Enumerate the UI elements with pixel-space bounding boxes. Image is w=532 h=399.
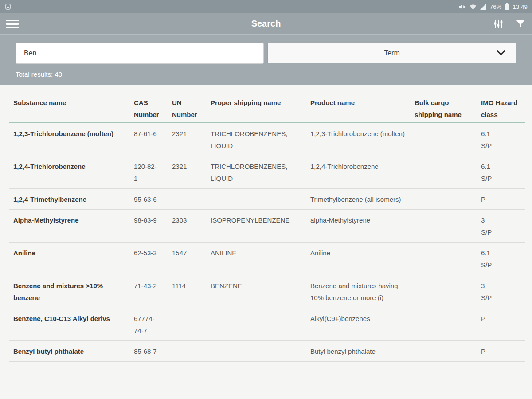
cell-imo-hazard-class: P	[481, 193, 525, 205]
table-header-row: Substance name CAS Number UN Number Prop…	[9, 85, 525, 122]
page-title: Search	[0, 19, 532, 29]
cell-substance-name: 1,2,3-Trichlorobenzene (molten)	[9, 128, 134, 152]
cell-proper-shipping-name: ISOPROPENYLBENZENE	[211, 214, 310, 238]
cell-proper-shipping-name	[211, 345, 310, 357]
column-header-product-name: Product name	[310, 97, 415, 121]
column-header-substance-name: Substance name	[9, 97, 134, 121]
clock: 13:49	[512, 4, 528, 10]
cell-product-name: Alkyl(C9+)benzenes	[310, 313, 415, 336]
cell-substance-name: Benzyl butyl phthalate	[9, 345, 134, 357]
cell-proper-shipping-name: TRICHLOROBENZENES, LIQUID	[211, 160, 310, 184]
filter-icon[interactable]	[515, 19, 526, 29]
cell-imo-hazard-class: P	[481, 345, 525, 357]
cell-un-number: 2303	[172, 214, 211, 238]
table-row[interactable]: Benzene, C10-C13 Alkyl derivs 67774- 74-…	[9, 308, 525, 341]
table-row[interactable]: 1,2,4-Trimethylbenzene 95-63-6 Trimethyl…	[9, 189, 525, 210]
cell-cas-number: 120-82- 1	[134, 160, 172, 184]
cell-bulk-cargo-shipping-name	[415, 345, 481, 357]
cell-product-name: alpha-Methylstyrene	[310, 214, 415, 238]
cell-un-number: 2321	[172, 128, 211, 152]
cell-cas-number: 87-61-6	[134, 128, 172, 152]
cell-bulk-cargo-shipping-name	[415, 160, 481, 184]
status-bar: 76% 13:49	[0, 0, 532, 13]
cell-substance-name: Aniline	[9, 247, 134, 271]
cell-cas-number: 95-63-6	[134, 193, 172, 205]
search-section: Term Total results: 40	[0, 35, 532, 85]
cell-un-number	[172, 193, 211, 205]
cell-substance-name: Benzene, C10-C13 Alkyl derivs	[9, 313, 134, 336]
cell-substance-name: Benzene and mixtures >10% benzene	[9, 280, 134, 304]
sound-mute-icon	[458, 4, 466, 10]
cell-imo-hazard-class: 3 S/P	[481, 280, 525, 304]
cell-product-name: 1,2,4-Trichlorobenzene	[310, 160, 415, 184]
column-header-proper-shipping-name: Proper shipping name	[211, 97, 310, 121]
cell-bulk-cargo-shipping-name	[415, 128, 481, 152]
cell-proper-shipping-name: BENZENE	[211, 280, 310, 304]
term-dropdown-value: Term	[384, 49, 400, 57]
cell-bulk-cargo-shipping-name	[415, 247, 481, 271]
cell-un-number	[172, 313, 211, 336]
column-header-bulk-cargo-shipping-name: Bulk cargo shipping name	[415, 97, 481, 121]
cell-cas-number: 98-83-9	[134, 214, 172, 238]
cell-cas-number: 67774- 74-7	[134, 313, 172, 336]
wifi-icon	[469, 4, 477, 10]
cell-imo-hazard-class: 6.1 S/P	[481, 247, 525, 271]
cell-un-number	[172, 345, 211, 357]
chevron-down-icon	[496, 49, 506, 58]
cell-product-name: Aniline	[310, 247, 415, 271]
table-row[interactable]: Benzyl butyl phthalate 85-68-7 Butyl ben…	[9, 341, 525, 362]
term-dropdown[interactable]: Term	[267, 43, 516, 63]
cell-bulk-cargo-shipping-name	[415, 313, 481, 336]
screenshot-icon	[4, 3, 12, 10]
cell-bulk-cargo-shipping-name	[415, 280, 481, 304]
cell-cas-number: 62-53-3	[134, 247, 172, 271]
table-row[interactable]: Benzene and mixtures >10% benzene 71-43-…	[9, 275, 525, 308]
tune-icon[interactable]	[493, 19, 504, 29]
cell-un-number: 2321	[172, 160, 211, 184]
table-row[interactable]: Alpha-Methylstyrene 98-83-9 2303 ISOPROP…	[9, 210, 525, 243]
table-row[interactable]: 1,2,4-Trichlorobenzene 120-82- 1 2321 TR…	[9, 156, 525, 189]
total-results: Total results: 40	[16, 70, 516, 78]
cell-bulk-cargo-shipping-name	[415, 214, 481, 238]
app-bar: Search	[0, 13, 532, 35]
menu-icon[interactable]	[6, 18, 19, 30]
cell-imo-hazard-class: P	[481, 313, 525, 336]
cell-substance-name: 1,2,4-Trichlorobenzene	[9, 160, 134, 184]
cell-bulk-cargo-shipping-name	[415, 193, 481, 205]
cell-un-number: 1547	[172, 247, 211, 271]
cell-imo-hazard-class: 3 S/P	[481, 214, 525, 238]
cell-product-name: 1,2,3-Trichlorobenzene (molten)	[310, 128, 415, 152]
table-body: 1,2,3-Trichlorobenzene (molten) 87-61-6 …	[9, 123, 525, 362]
cell-proper-shipping-name: TRICHLOROBENZENES, LIQUID	[211, 128, 310, 152]
results-table: Substance name CAS Number UN Number Prop…	[0, 85, 532, 362]
cell-substance-name: Alpha-Methylstyrene	[9, 214, 134, 238]
cell-substance-name: 1,2,4-Trimethylbenzene	[9, 193, 134, 205]
cell-un-number: 1114	[172, 280, 211, 304]
cell-proper-shipping-name	[211, 313, 310, 336]
table-row[interactable]: 1,2,3-Trichlorobenzene (molten) 87-61-6 …	[9, 123, 525, 156]
cell-product-name: Benzene and mixtures having 10% benzene …	[310, 280, 415, 304]
cell-imo-hazard-class: 6.1 S/P	[481, 128, 525, 152]
search-input[interactable]	[16, 43, 264, 64]
cell-cas-number: 71-43-2	[134, 280, 172, 304]
column-header-un-number: UN Number	[172, 97, 211, 121]
column-header-imo-hazard-class: IMO Hazard class	[481, 97, 525, 121]
cell-proper-shipping-name	[211, 193, 310, 205]
cell-product-name: Butyl benzyl phthalate	[310, 345, 415, 357]
table-row[interactable]: Aniline 62-53-3 1547 ANILINE Aniline 6.1…	[9, 243, 525, 275]
cell-imo-hazard-class: 6.1 S/P	[481, 160, 525, 184]
cell-cas-number: 85-68-7	[134, 345, 172, 357]
battery-icon	[505, 3, 509, 10]
cell-proper-shipping-name: ANILINE	[211, 247, 310, 271]
cell-product-name: Trimethylbenzene (all isomers)	[310, 193, 415, 205]
signal-icon	[480, 4, 487, 10]
column-header-cas-number: CAS Number	[134, 97, 172, 121]
battery-percent: 76%	[490, 4, 502, 10]
